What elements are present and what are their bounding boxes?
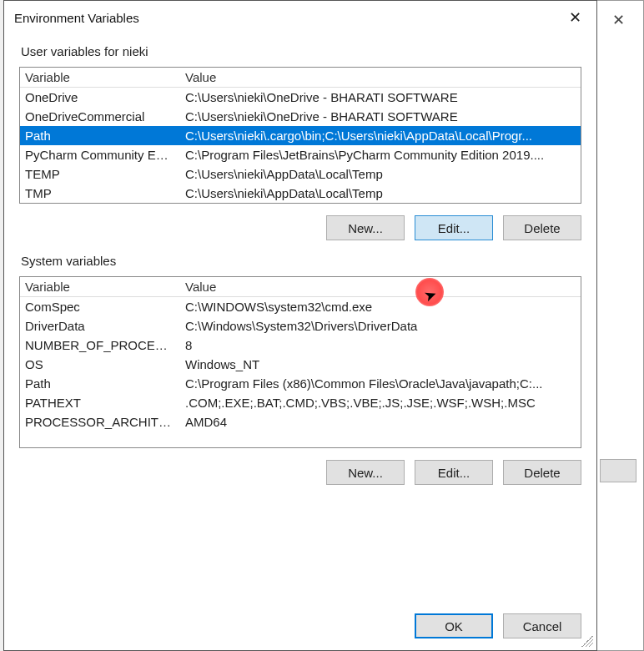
table-row[interactable]: PathC:\Program Files (x86)\Common Files\… xyxy=(20,374,581,393)
table-row[interactable]: OSWindows_NT xyxy=(20,355,581,374)
user-variables-table[interactable]: Variable Value OneDriveC:\Users\nieki\On… xyxy=(20,68,581,203)
cell-value: C:\Users\nieki\OneDrive - BHARATI SOFTWA… xyxy=(180,107,581,126)
system-delete-button[interactable]: Delete xyxy=(503,460,581,485)
system-variables-group: System variables Variable Value ComSpecC… xyxy=(19,250,581,485)
cell-variable: OneDriveCommercial xyxy=(20,107,180,126)
cell-variable: NUMBER_OF_PROCESSORS xyxy=(20,336,180,355)
user-buttons-row: New... Edit... Delete xyxy=(19,204,581,240)
cell-value: C:\Users\nieki\AppData\Local\Temp xyxy=(180,164,581,184)
system-new-button[interactable]: New... xyxy=(326,460,405,485)
cell-value: C:\Users\nieki\AppData\Local\Temp xyxy=(180,184,581,203)
dialog-footer: OK Cancel xyxy=(4,597,596,650)
column-header-value[interactable]: Value xyxy=(180,68,581,88)
cell-value: AMD64 xyxy=(180,412,581,431)
user-variables-table-wrap: Variable Value OneDriveC:\Users\nieki\On… xyxy=(19,67,581,204)
cell-variable: Path xyxy=(20,374,180,393)
cell-variable: PROCESSOR_ARCHITECTU... xyxy=(20,412,180,431)
cell-value: C:\Program Files\JetBrains\PyCharm Commu… xyxy=(180,145,581,164)
cell-variable: TEMP xyxy=(20,164,180,184)
cell-value: C:\WINDOWS\system32\cmd.exe xyxy=(180,297,581,317)
user-edit-button[interactable]: Edit... xyxy=(415,215,493,240)
user-new-button[interactable]: New... xyxy=(326,215,405,240)
table-row[interactable]: PyCharm Community Editi...C:\Program Fil… xyxy=(20,145,581,164)
cell-value: C:\Users\nieki\OneDrive - BHARATI SOFTWA… xyxy=(180,88,581,108)
background-partial-button xyxy=(600,459,636,482)
environment-variables-dialog: Environment Variables ✕ User variables f… xyxy=(3,0,597,651)
table-row[interactable]: PathC:\Users\nieki\.cargo\bin;C:\Users\n… xyxy=(20,126,581,145)
cell-variable: TMP xyxy=(20,184,180,203)
cell-value: 8 xyxy=(180,336,581,355)
system-edit-button[interactable]: Edit... xyxy=(415,460,493,485)
column-header-variable[interactable]: Variable xyxy=(20,277,180,297)
cell-variable: ComSpec xyxy=(20,297,180,317)
cell-variable: Path xyxy=(20,126,180,145)
table-row[interactable]: ComSpecC:\WINDOWS\system32\cmd.exe xyxy=(20,297,581,317)
system-buttons-row: New... Edit... Delete xyxy=(19,448,581,485)
titlebar: Environment Variables ✕ xyxy=(4,1,596,36)
user-variables-group: User variables for nieki Variable Value … xyxy=(19,41,581,240)
dialog-body: User variables for nieki Variable Value … xyxy=(4,36,596,597)
resize-grip-icon[interactable] xyxy=(581,635,593,647)
table-row[interactable]: OneDriveC:\Users\nieki\OneDrive - BHARAT… xyxy=(20,88,581,108)
table-row[interactable]: DriverDataC:\Windows\System32\Drivers\Dr… xyxy=(20,316,581,336)
cell-variable: OS xyxy=(20,355,180,374)
dialog-title: Environment Variables xyxy=(14,11,139,25)
system-variables-label: System variables xyxy=(19,250,581,276)
table-row[interactable]: OneDriveCommercialC:\Users\nieki\OneDriv… xyxy=(20,107,581,126)
user-variables-label: User variables for nieki xyxy=(19,41,581,67)
cell-variable: PATHEXT xyxy=(20,393,180,412)
cancel-button[interactable]: Cancel xyxy=(503,613,581,638)
cell-variable: PyCharm Community Editi... xyxy=(20,145,180,164)
table-row[interactable]: NUMBER_OF_PROCESSORS8 xyxy=(20,336,581,355)
table-row[interactable]: TMPC:\Users\nieki\AppData\Local\Temp xyxy=(20,184,581,203)
cell-value: C:\Windows\System32\Drivers\DriverData xyxy=(180,316,581,336)
table-row[interactable]: PROCESSOR_ARCHITECTU...AMD64 xyxy=(20,412,581,431)
system-variables-table[interactable]: Variable Value ComSpecC:\WINDOWS\system3… xyxy=(20,277,581,431)
column-header-variable[interactable]: Variable xyxy=(20,68,180,88)
user-delete-button[interactable]: Delete xyxy=(503,215,581,240)
cell-value: .COM;.EXE;.BAT;.CMD;.VBS;.VBE;.JS;.JSE;.… xyxy=(180,393,581,412)
cell-variable: OneDrive xyxy=(20,88,180,108)
cell-value: C:\Users\nieki\.cargo\bin;C:\Users\nieki… xyxy=(180,126,581,145)
system-variables-table-wrap: Variable Value ComSpecC:\WINDOWS\system3… xyxy=(19,276,581,448)
table-row[interactable]: TEMPC:\Users\nieki\AppData\Local\Temp xyxy=(20,164,581,184)
background-close-button[interactable]: ✕ xyxy=(600,8,636,33)
column-header-value[interactable]: Value xyxy=(180,277,581,297)
cell-value: Windows_NT xyxy=(180,355,581,374)
table-row[interactable]: PATHEXT.COM;.EXE;.BAT;.CMD;.VBS;.VBE;.JS… xyxy=(20,393,581,412)
close-icon[interactable]: ✕ xyxy=(561,8,588,28)
cell-variable: DriverData xyxy=(20,316,180,336)
cell-value: C:\Program Files (x86)\Common Files\Orac… xyxy=(180,374,581,393)
ok-button[interactable]: OK xyxy=(415,613,493,638)
